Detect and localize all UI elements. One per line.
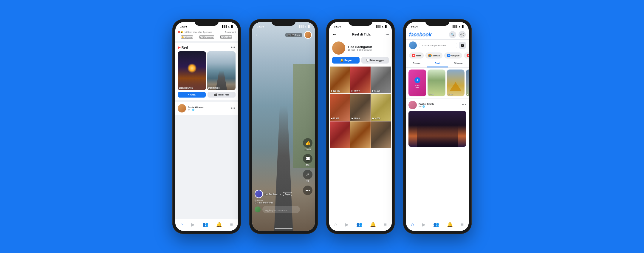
tab-stanze[interactable]: Stanze [448,60,469,67]
like-action[interactable]: 👍 22 000 [303,138,312,150]
share-action[interactable]: ↗ 52 [303,170,312,182]
search-btn-4[interactable]: 🔍 [449,31,456,38]
miei-reel-button[interactable]: 🎬 I miei reel [208,92,236,98]
bottom-nav-3: ⌂ ▶ 👥 🔔 ≡ [329,219,392,231]
reel-thumb-1[interactable]: Joonseo Kwon ▶ 121 000 [178,51,206,90]
post-name-4: Rachel Smith [419,103,460,105]
screen-4: 14:04 ▐▐▐ ▲ ▊ facebook 🔍 💬 [406,22,469,231]
nav-friends-3[interactable]: 👥 [356,222,362,227]
nav-menu-4[interactable]: ≡ [461,222,464,227]
post-preview-1: Bente Othman 6h · 🌐 ••• [175,102,238,115]
reel-cell-1[interactable]: ▶ 121 000 [330,67,350,93]
profile-more-3[interactable]: ••• [386,33,389,36]
bottom-nav-1: ⌂ ▶ 👥 🔔 ≡ [175,219,238,231]
tab-storie[interactable]: Storie [406,60,427,67]
back-button-2[interactable]: ← [255,32,260,38]
phone1-feed: ❤️😮 Hoi Shan Yiu e altre 5 persone 2 com… [175,30,238,219]
post-image-4[interactable] [408,111,466,147]
tab-reel[interactable]: Reel [427,60,448,67]
action-buttons: 👍 Mi piace 💬 Commenta ↗ Condividi [178,34,236,40]
comment-count: 780 [306,164,309,166]
reel-cell-7[interactable] [330,121,350,148]
nav-bell-1[interactable]: 🔔 [216,222,222,227]
more-action[interactable]: ••• [303,186,312,195]
reel-cell-9[interactable] [371,121,391,148]
follow-btn-3[interactable]: 🔔Segui [332,57,360,64]
status-time-2: 14:04 [257,25,264,28]
nav-home-1[interactable]: ⌂ [180,222,183,227]
qa-stanza[interactable]: 👥 Stanza [425,53,442,58]
create-reel-story[interactable]: + CreaReel [408,70,426,96]
compose-img-btn[interactable]: 🖼 [459,42,466,49]
nav-bell-4[interactable]: 🔔 [447,222,453,227]
story-bg-1 [428,70,445,96]
reel-more-btn[interactable]: ••• [231,45,236,50]
comment-button[interactable]: 💬 Commenta [199,35,214,39]
nav-friends-4[interactable]: 👥 [433,222,439,227]
nav-menu-1[interactable]: ≡ [230,222,233,227]
qa-li[interactable]: ♥ Li... [464,53,469,58]
reel-cell-3[interactable]: ▶ 81 000 [371,67,391,93]
video-bottom: Itai Jordaan ● Segui Pubblico È il mio m… [255,190,300,213]
share-button[interactable]: ↗ Condividi [220,35,233,39]
video-public: Pubblico [255,199,300,201]
post-more-btn-1[interactable]: ••• [231,106,236,110]
crea-button[interactable]: + Crea [178,92,206,98]
reel-cell-8[interactable] [350,121,370,148]
nav-play-1[interactable]: ▶ [191,222,195,227]
reel-header: ▶ Reel ••• [178,45,236,50]
comment-action[interactable]: 💬 780 [303,154,312,166]
messenger-btn-4[interactable]: 💬 [459,31,466,38]
dot-separator: ● [280,193,281,195]
screen-2: 14:04 ▐▐▐ ▲ ▊ ← 🎬 🎬 Crea [252,22,315,231]
post-more-btn-4[interactable]: ••• [462,103,466,107]
thumb-views-2: ▶ 88 000 [208,87,216,89]
nav-play-4[interactable]: ▶ [422,222,425,227]
battery-icon-4: ▊ [462,25,464,28]
like-button[interactable]: 👍 Mi piace [181,35,193,39]
phone4-content: facebook 🔍 💬 A cosa stai pensando? 🖼 [406,30,469,219]
fb-header: facebook 🔍 💬 [406,30,469,40]
qa-reel[interactable]: ▶ Reel [409,53,424,58]
create-button-2[interactable]: 🎬 🎬 Crea [285,33,302,37]
reel-title: ▶ Reel [178,45,188,50]
status-time-1: 14:04 [180,25,187,28]
li-qa-icon: ♥ [467,54,469,57]
nav-friends-1[interactable]: 👥 [202,222,208,227]
story-1[interactable]: 12 min [428,70,445,96]
reel-cell-views-1: ▶ 121 000 [331,90,340,92]
home-indicator-2 [275,228,292,229]
reel-cell-2[interactable]: ▶ 90 000 [350,67,370,93]
nav-home-4[interactable]: ⌂ [411,222,414,227]
nav-home-3[interactable]: ⌂ [334,222,337,227]
comment-input-area[interactable]: Aggiungi un commento... [262,206,300,213]
lantern-bg [178,51,206,90]
phone-1: 14:04 ▐▐▐ ▲ ▊ ❤️😮 Hoi Shan Yiu e altre 5… [172,19,241,234]
gruppo-qa-icon: ⊞ [447,54,451,57]
qa-gruppo[interactable]: ⊞ Gruppo [444,53,462,58]
back-button-3[interactable]: ← [332,32,337,37]
compose-placeholder: A cosa stai pensando? [422,44,446,47]
thumb-views-1: ▶ 121 000 [179,87,187,89]
reel-cell-4[interactable]: ▶ 12 000 [330,94,350,121]
nav-bell-3[interactable]: 🔔 [370,222,376,227]
story-3[interactable]: ▶ 12 ... [466,70,469,96]
phone3-content: ← Reel di Tida ••• Tida Saengarun 16 ree… [329,30,392,219]
video-username: Itai Jordaan [265,193,278,195]
reel-cell-5[interactable]: ▶ 80 000 [350,94,370,121]
reel-cell-bg-2 [350,67,370,93]
reel-thumb-2[interactable]: Martin Kang ▶ 88 000 [207,51,236,90]
nav-play-3[interactable]: ▶ [345,222,349,227]
reel-cell-bg-8 [350,121,370,148]
comment-icon: 💬 [303,154,312,163]
compose-input[interactable]: A cosa stai pensando? [419,43,457,48]
story-2[interactable]: 12 min [447,70,465,96]
follow-button[interactable]: Segui [283,192,292,196]
reel-cell-6[interactable]: ▶ 14 000 [371,94,391,121]
video-full[interactable]: ← 🎬 🎬 Crea 👍 22 000 💬 780 [252,22,315,231]
story-duration-2: 12 min [448,93,463,95]
message-btn-3[interactable]: 💬Messaggio [361,57,389,64]
status-icons-4: ▐▐▐ ▲ ▊ [452,25,464,28]
commenter-avatar [255,206,261,212]
nav-menu-3[interactable]: ≡ [384,222,387,227]
